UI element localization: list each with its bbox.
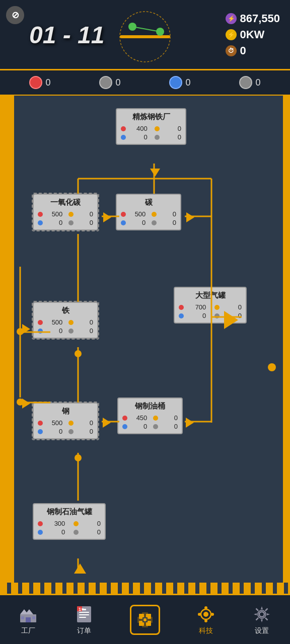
svg-point-44 (203, 612, 208, 617)
gauge-display (110, 4, 180, 64)
node-carbon-dot-red (121, 212, 126, 217)
node-iron[interactable]: 铁 500 0 0 0 (33, 302, 98, 339)
node-steel-dot-orange (68, 421, 74, 426)
bottom-strip (0, 583, 290, 594)
right-rail-indicator (268, 363, 276, 371)
svg-rect-25 (26, 617, 31, 622)
stats-panel: ⚡ 867,550 ⚡ 0KW ⏱ 0 (226, 12, 280, 57)
node-iron-dot-blue (38, 329, 43, 334)
nav-bar: 工厂 1≡ 订单 (0, 594, 290, 644)
node-iron-dot-red (38, 320, 43, 325)
header: ⊘ 01 - 11 ⚡ 867,550 ⚡ 0KW ⏱ 0 (0, 0, 290, 70)
svg-point-45 (204, 606, 207, 609)
node-steel-dot-blue (38, 429, 43, 434)
nav-tech[interactable]: 科技 (190, 600, 222, 639)
node-refinery-dot-blue (121, 135, 126, 140)
right-border (283, 96, 290, 594)
factory-icon (18, 604, 38, 624)
currency-icon: ⚡ (226, 13, 237, 24)
node-refinery-dot-gray (155, 135, 160, 140)
nav-center[interactable] (124, 601, 166, 639)
node-gastank-dot-gray (74, 530, 79, 535)
circle-iron-steel (75, 350, 82, 357)
nav-factory[interactable]: 工厂 (12, 600, 44, 639)
node-carbon-monoxide[interactable]: 一氧化碳 500 0 0 0 (33, 194, 98, 230)
resource-2: 0 (99, 76, 120, 89)
node-gastank-dot-orange (74, 521, 79, 526)
node-refinery[interactable]: 精炼钢铁厂 400 0 0 0 (116, 108, 186, 145)
resource-bar: 0 0 0 0 (0, 70, 290, 96)
settings-icon (252, 604, 272, 624)
back-button[interactable]: ⊘ (6, 6, 24, 24)
svg-text:1≡: 1≡ (79, 607, 84, 612)
svg-point-49 (259, 612, 264, 617)
node-iron-dot-gray (68, 329, 74, 334)
node-tank-dot-gray (214, 313, 220, 318)
node-carbon-dot-orange (152, 212, 157, 217)
node-barrel-dot-gray (153, 424, 158, 429)
currency-stat: ⚡ 867,550 (226, 12, 280, 25)
node-barrel-dot-red (122, 416, 127, 421)
node-barrel-dot-blue (122, 424, 127, 429)
power-stat: ⚡ 0KW (226, 28, 280, 41)
node-carbon-dot-blue (121, 220, 126, 225)
node-co-dot-orange (68, 212, 74, 217)
svg-point-47 (198, 613, 201, 616)
nav-settings[interactable]: 设置 (246, 600, 278, 639)
orders-icon: 1≡ (74, 604, 94, 624)
node-steel-gas-tank[interactable]: 钢制石油气罐 300 0 0 0 (33, 503, 106, 540)
node-steel-dot-red (38, 421, 43, 426)
svg-rect-26 (21, 616, 24, 619)
resource-3: 0 (169, 76, 190, 89)
left-border (0, 96, 14, 594)
node-co-dot-blue (38, 220, 43, 225)
svg-line-4 (132, 27, 160, 32)
node-barrel-dot-orange (153, 416, 158, 421)
svg-rect-42 (143, 618, 147, 621)
level-label: 01 - 11 (29, 21, 104, 48)
svg-point-48 (211, 613, 214, 616)
timer-icon: ⏱ (226, 45, 237, 56)
node-tank-dot-red (179, 305, 184, 310)
nav-orders[interactable]: 1≡ 订单 (68, 600, 100, 639)
svg-rect-31 (79, 614, 89, 615)
center-button[interactable] (130, 605, 160, 635)
node-carbon[interactable]: 碳 500 0 0 0 (116, 194, 181, 230)
node-steel-dot-gray (68, 429, 74, 434)
power-icon: ⚡ (226, 29, 237, 40)
node-carbon-dot-gray (152, 220, 157, 225)
svg-rect-32 (79, 617, 86, 618)
circle-steel-gastank (75, 454, 82, 461)
node-steel-barrel[interactable]: 钢制油桶 450 0 0 0 (117, 397, 183, 434)
node-steel[interactable]: 钢 500 0 0 0 (33, 403, 98, 439)
svg-point-46 (204, 619, 207, 622)
timer-stat: ⏱ 0 (226, 44, 280, 57)
svg-rect-27 (32, 616, 35, 619)
svg-rect-30 (79, 612, 89, 613)
svg-marker-24 (25, 609, 33, 614)
node-gastank-dot-blue (38, 530, 43, 535)
node-refinery-dot-red (121, 126, 126, 131)
node-iron-dot-orange (68, 320, 74, 325)
node-refinery-dot-orange (155, 126, 160, 131)
node-tank-dot-orange (214, 305, 220, 310)
node-co-dot-gray (68, 220, 74, 225)
resource-1: 0 (29, 76, 50, 89)
node-co-dot-red (38, 212, 43, 217)
main-content: 精炼钢铁厂 400 0 0 0 一氧化碳 500 0 (0, 96, 290, 594)
resource-4: 0 (239, 76, 260, 89)
node-gastank-dot-red (38, 521, 43, 526)
node-tank-dot-blue (179, 313, 184, 318)
tech-icon (196, 604, 216, 624)
svg-rect-1 (120, 35, 170, 38)
